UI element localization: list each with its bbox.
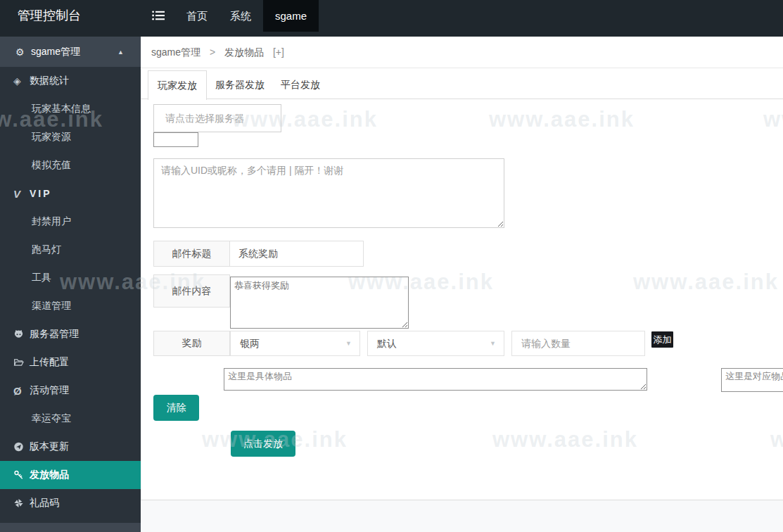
- v-icon: V: [13, 189, 27, 199]
- version-icon: [13, 442, 27, 452]
- folder-icon: [13, 357, 27, 368]
- sidebar-item[interactable]: 模拟充值: [0, 151, 141, 179]
- chevron-down-icon: ▼: [345, 331, 352, 355]
- app-title: 管理控制台: [18, 0, 81, 32]
- sidebar-item-label: 活动管理: [30, 384, 69, 397]
- reward-type-value: 银两: [240, 338, 260, 349]
- tab-server-distribute[interactable]: 服务器发放: [208, 70, 272, 99]
- sidebar-item[interactable]: 玩家资源: [0, 123, 141, 151]
- mail-title-label: 邮件标题: [153, 241, 230, 267]
- breadcrumb-parent[interactable]: sgame管理: [151, 46, 200, 58]
- tab-platform-distribute[interactable]: 平台发放: [275, 70, 326, 99]
- sidebar-item-label: 数据统计: [30, 75, 69, 87]
- reward-subtype-value: 默认: [377, 338, 397, 349]
- chevron-up-icon: ▲: [117, 49, 124, 56]
- sidebar-item[interactable]: 服务器管理: [0, 320, 141, 348]
- sidebar-item-label: 跑马灯: [32, 243, 61, 256]
- sidebar-item[interactable]: 发放物品: [0, 461, 141, 489]
- items-detail-textarea[interactable]: [224, 368, 647, 391]
- sidebar-item[interactable]: 上传配置: [0, 348, 141, 376]
- nav-item-sgame[interactable]: sgame: [263, 0, 319, 32]
- sidebar-item[interactable]: 版本更新: [0, 433, 141, 461]
- items-mapping-textarea[interactable]: [721, 368, 783, 392]
- sidebar-item-label: 幸运夺宝: [32, 412, 71, 425]
- mail-content-textarea[interactable]: [230, 277, 409, 329]
- clear-button[interactable]: 清除: [153, 395, 199, 421]
- sidebar-item-label: 模拟充值: [32, 159, 71, 172]
- sidebar-item[interactable]: 渠道管理: [0, 292, 141, 320]
- nav-item-home[interactable]: 首页: [186, 0, 208, 32]
- sidebar-item[interactable]: 封禁用户: [0, 208, 141, 236]
- tab-bar: 玩家发放 服务器发放 平台发放: [141, 69, 783, 99]
- sidebar-menu: ◈ 数据统计 玩家基本信息 玩家资源 模拟充值 V VIP 封禁用户 跑马灯 工…: [0, 67, 141, 517]
- breadcrumb-expand-control[interactable]: [+]: [273, 46, 284, 58]
- sidebar-item-label: 封禁用户: [32, 215, 71, 228]
- add-reward-button[interactable]: 添加: [651, 331, 673, 348]
- list-menu-icon: [152, 11, 165, 23]
- sidebar-toggle-button[interactable]: [152, 11, 166, 22]
- sidebar-item-label: VIP: [30, 188, 52, 199]
- submit-distribute-button[interactable]: 点击发放: [231, 431, 295, 457]
- sidebar-item-label: 玩家资源: [32, 131, 71, 144]
- sidebar-item[interactable]: 跑马灯: [0, 236, 141, 264]
- panel-footer-area: [141, 500, 783, 532]
- breadcrumb-separator: >: [210, 46, 215, 58]
- reward-type-select[interactable]: 银两 ▼: [230, 331, 360, 356]
- sidebar-item-label: 礼品码: [30, 497, 59, 509]
- reward-subtype-select[interactable]: 默认 ▼: [367, 331, 504, 356]
- sidebar-section-label: sgame管理: [31, 46, 80, 58]
- server-select-button[interactable]: 请点击选择服务器: [153, 104, 281, 132]
- sync-icon: Ø: [13, 386, 27, 396]
- sidebar-item[interactable]: 工具: [0, 264, 141, 292]
- server-mini-input[interactable]: [153, 132, 198, 147]
- cube-icon: ◈: [13, 76, 27, 86]
- admin-console-page: 管理控制台 首页 系统 sgame ⚙ sgame管理 ▲ ◈ 数据统计 玩家基…: [0, 0, 783, 532]
- github-icon: [13, 329, 27, 340]
- gear-icon: ⚙: [15, 46, 31, 58]
- sidebar-item-partial[interactable]: [0, 523, 141, 532]
- sidebar: ⚙ sgame管理 ▲ ◈ 数据统计 玩家基本信息 玩家资源 模拟充值 V VI…: [0, 37, 141, 532]
- nav-item-system[interactable]: 系统: [230, 0, 251, 32]
- gift-icon: [13, 498, 27, 509]
- key-icon: [13, 470, 27, 481]
- sidebar-item[interactable]: ◈ 数据统计: [0, 67, 141, 95]
- quantity-input[interactable]: [511, 331, 645, 356]
- sidebar-item-label: 玩家基本信息: [32, 103, 91, 115]
- sidebar-item-label: 服务器管理: [30, 328, 79, 341]
- panel-border: [141, 99, 141, 500]
- uid-input-textarea[interactable]: [153, 158, 504, 228]
- sidebar-item[interactable]: 幸运夺宝: [0, 405, 141, 433]
- top-navbar: 管理控制台 首页 系统 sgame: [0, 0, 783, 37]
- main-content: sgame管理 > 发放物品 [+] 玩家发放 服务器发放 平台发放 请点击选择…: [141, 37, 783, 532]
- sidebar-item[interactable]: Ø 活动管理: [0, 376, 141, 405]
- sidebar-item[interactable]: V VIP: [0, 179, 141, 208]
- sidebar-item[interactable]: 礼品码: [0, 489, 141, 517]
- sidebar-item-label: 上传配置: [30, 356, 69, 369]
- sidebar-item-label: 发放物品: [30, 469, 69, 481]
- sidebar-item[interactable]: 玩家基本信息: [0, 95, 141, 123]
- tab-player-distribute[interactable]: 玩家发放: [148, 70, 207, 100]
- sidebar-item-label: 渠道管理: [32, 300, 71, 312]
- sidebar-item-label: 工具: [32, 272, 51, 284]
- chevron-down-icon: ▼: [490, 331, 496, 355]
- sidebar-item-label: 版本更新: [30, 441, 69, 453]
- mail-title-input[interactable]: [230, 241, 364, 267]
- sidebar-section-sgame[interactable]: ⚙ sgame管理 ▲: [0, 37, 141, 67]
- breadcrumb-current: 发放物品: [224, 46, 264, 58]
- mail-content-label: 邮件内容: [153, 274, 230, 308]
- reward-label: 奖励: [153, 331, 230, 356]
- breadcrumb: sgame管理 > 发放物品 [+]: [141, 37, 783, 68]
